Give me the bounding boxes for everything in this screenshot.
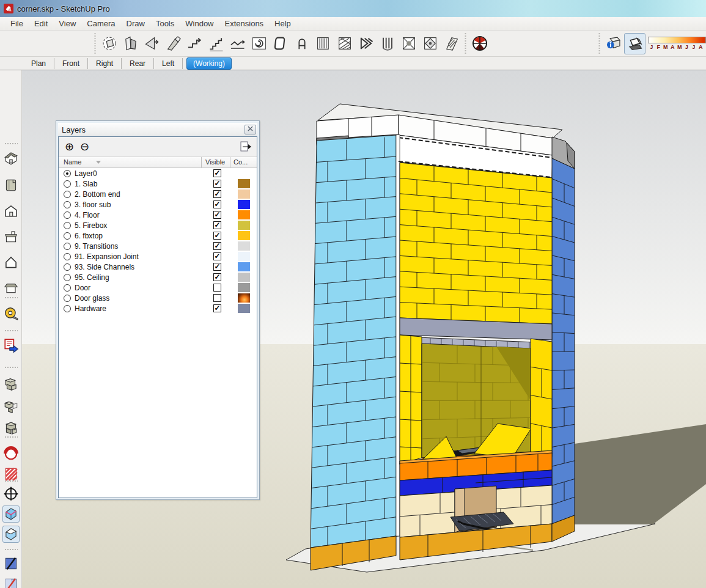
column-name[interactable]: Name [59, 157, 202, 167]
layer-color-swatch[interactable] [238, 252, 250, 261]
house-front-icon[interactable] [2, 202, 20, 219]
current-layer-radio[interactable] [64, 232, 71, 240]
layer-color-swatch[interactable] [238, 241, 250, 251]
layer-color-swatch[interactable] [238, 231, 250, 240]
toolbar-grip[interactable] [4, 142, 18, 145]
add-layer-icon[interactable]: ⊕ [65, 141, 74, 152]
step-arrow-tool-icon[interactable] [184, 33, 205, 54]
visible-checkbox[interactable]: ✓ [213, 252, 221, 260]
arch-wire-tool-icon[interactable] [291, 33, 312, 54]
shadows-toggle-icon[interactable] [624, 33, 645, 54]
layers-dialog-titlebar[interactable]: Layers [58, 123, 257, 136]
toolbar-grip[interactable] [4, 296, 18, 299]
boxes-stack-2-icon[interactable] [2, 419, 20, 436]
layer-color-swatch[interactable] [238, 283, 250, 292]
layer-row[interactable]: 9. Transitions✓ [59, 241, 257, 251]
layer-color-swatch[interactable] [238, 273, 250, 282]
tape-measure-icon[interactable] [2, 305, 20, 322]
layer-name[interactable]: 6. fbxtop [75, 232, 103, 240]
section-house-icon[interactable] [2, 505, 20, 523]
visible-checkbox[interactable] [213, 294, 221, 302]
layer-name[interactable]: 1. Slab [75, 180, 97, 188]
layer-row[interactable]: 3. floor sub✓ [59, 199, 257, 210]
layer-row[interactable]: 95. Ceiling✓ [59, 272, 257, 282]
layer-name[interactable]: 91. Expansion Joint [75, 252, 139, 261]
boxes-wireframe-icon[interactable] [2, 398, 20, 415]
menu-edit[interactable]: Edit [29, 18, 53, 29]
rosette-tool-icon[interactable] [398, 33, 419, 54]
current-layer-radio[interactable] [64, 211, 71, 219]
layer-name[interactable]: Door glass [75, 294, 109, 303]
toolbar-grip[interactable] [4, 436, 18, 438]
layer-color-swatch[interactable] [238, 189, 250, 199]
visible-checkbox[interactable]: ✓ [213, 304, 221, 312]
current-layer-radio[interactable] [64, 170, 71, 177]
remove-layer-icon[interactable]: ⊖ [80, 141, 89, 152]
slash-black-square-icon[interactable] [2, 555, 20, 572]
visible-checkbox[interactable]: ✓ [213, 263, 221, 271]
menu-tools[interactable]: Tools [150, 18, 180, 29]
menu-view[interactable]: View [53, 18, 81, 29]
visible-checkbox[interactable]: ✓ [213, 242, 221, 250]
layer-name[interactable]: 3. floor sub [75, 200, 111, 209]
scene-tab-plan[interactable]: Plan [23, 58, 54, 69]
visible-checkbox[interactable]: ✓ [213, 169, 221, 177]
visible-checkbox[interactable]: ✓ [213, 221, 221, 229]
visible-checkbox[interactable]: ✓ [213, 232, 221, 240]
scene-tab-right[interactable]: Right [88, 58, 122, 69]
layer-row[interactable]: 4. Floor✓ [59, 210, 257, 220]
layer-color-swatch[interactable] [238, 262, 250, 271]
layer-name[interactable]: 95. Ceiling [75, 273, 109, 282]
current-layer-radio[interactable] [64, 295, 71, 302]
layer-name[interactable]: Layer0 [75, 169, 97, 178]
column-color[interactable]: Co... [230, 157, 257, 167]
frame-tool-icon[interactable] [270, 33, 291, 54]
scene-tab-front[interactable]: Front [54, 58, 88, 69]
slash-red-light-square-icon[interactable] [2, 576, 20, 588]
menu-file[interactable]: File [5, 18, 29, 29]
scene-tab-working[interactable]: (Working) [186, 57, 232, 70]
house-iso-icon[interactable] [2, 150, 20, 167]
spiral-tool-icon[interactable] [248, 33, 270, 54]
current-layer-radio[interactable] [64, 263, 71, 271]
layer-row[interactable]: 91. Expansion Joint✓ [59, 251, 257, 262]
toolbar-grip[interactable] [4, 548, 18, 551]
layer-name[interactable]: 93. Side Channels [75, 263, 134, 271]
current-layer-radio[interactable] [64, 222, 71, 229]
shadow-date-gradient[interactable] [648, 37, 706, 43]
visible-checkbox[interactable]: ✓ [213, 211, 221, 219]
house-outline-icon[interactable] [2, 254, 20, 271]
section-cut-circle-icon[interactable] [2, 445, 20, 462]
column-visible[interactable]: Visible [202, 157, 230, 167]
weave-pattern-tool-icon[interactable] [334, 33, 355, 54]
layer-color-swatch[interactable] [238, 221, 250, 230]
layer-row[interactable]: 2. Bottom end✓ [59, 189, 257, 199]
layer-name[interactable]: 4. Floor [75, 211, 100, 219]
toolbar-grip[interactable] [94, 33, 97, 54]
cabinet-icon[interactable] [2, 177, 20, 194]
visible-checkbox[interactable]: ✓ [213, 190, 221, 198]
layer-row[interactable]: 5. Firebox✓ [59, 220, 257, 230]
menu-help[interactable]: Help [269, 18, 296, 29]
chevron-stack-tool-icon[interactable] [355, 33, 377, 54]
axes-compass-icon[interactable] [2, 485, 20, 502]
layer-color-swatch[interactable] [238, 179, 250, 188]
layer-row[interactable]: Door glass [59, 293, 257, 303]
export-layout-icon[interactable] [2, 337, 20, 354]
layer-row[interactable]: Hardware✓ [59, 303, 257, 314]
layer-color-swatch[interactable] [238, 293, 250, 303]
visible-checkbox[interactable]: ✓ [213, 273, 221, 281]
layer-name[interactable]: 9. Transitions [75, 242, 118, 251]
stairs-tool-icon[interactable] [205, 33, 227, 54]
toolbar-grip[interactable] [4, 366, 18, 369]
boxes-stack-icon[interactable] [2, 376, 20, 393]
layer-color-swatch[interactable] [238, 200, 250, 209]
layer-name[interactable]: Door [75, 284, 90, 292]
fold-panel-tool-icon[interactable] [120, 33, 141, 54]
layer-row[interactable]: Door [59, 282, 257, 293]
toolbar-grip[interactable] [4, 329, 18, 332]
visible-checkbox[interactable] [213, 284, 221, 292]
current-layer-radio[interactable] [64, 180, 71, 188]
visible-checkbox[interactable]: ✓ [213, 180, 221, 188]
visible-checkbox[interactable]: ✓ [213, 200, 221, 208]
